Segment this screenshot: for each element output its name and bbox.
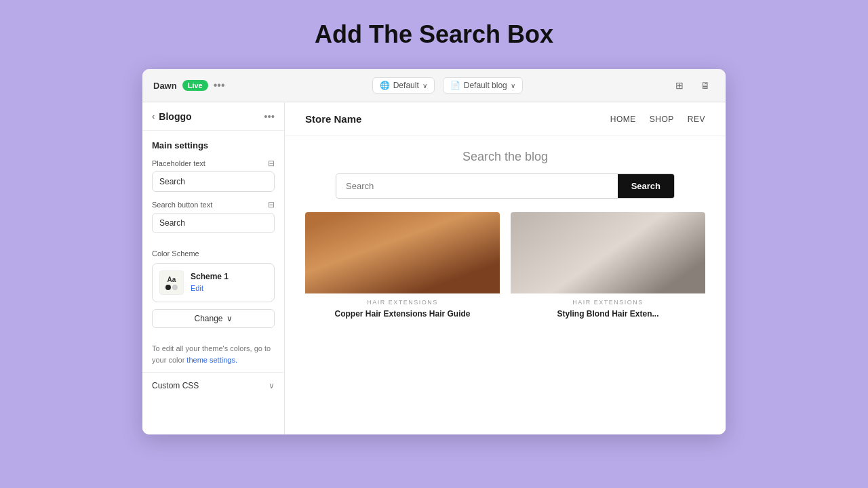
blog-card-2: HAIR EXTENSIONS Styling Blond Hair Exten…	[511, 212, 705, 323]
browser-bar-right: ⊞ 🖥	[670, 76, 715, 95]
scheme-aa-text: Aa	[167, 276, 176, 283]
blog-card-body-1: HAIR EXTENSIONS Copper Hair Extensions H…	[305, 293, 500, 323]
preview-area: Store Name HOME SHOP REV Search the blog…	[285, 102, 726, 434]
browser-bar-center: 🌐 Default ∨ 📄 Default blog ∨	[236, 77, 660, 94]
search-button-label-text: Search button text	[152, 201, 212, 209]
blog-grid: HAIR EXTENSIONS Copper Hair Extensions H…	[305, 212, 705, 323]
scheme-card: Aa Scheme 1 Edit	[152, 263, 275, 302]
placeholder-text-label: Placeholder text ⊟	[152, 159, 275, 168]
page-title: Add The Search Box	[315, 20, 553, 49]
theme-settings-link[interactable]: theme settings.	[186, 356, 237, 364]
nav-item-rev[interactable]: REV	[688, 115, 705, 124]
globe-label: Default	[393, 81, 419, 90]
blog-search-input[interactable]	[336, 174, 618, 198]
view-toggle-icon[interactable]: ⊞	[670, 76, 689, 95]
globe-icon: 🌐	[380, 81, 390, 90]
scheme-dot-gray	[172, 285, 178, 290]
default-blog-btn[interactable]: 📄 Default blog ∨	[443, 77, 523, 94]
chevron-down-icon-2: ∨	[511, 82, 515, 89]
scheme-name: Scheme 1	[191, 272, 267, 281]
scheme-edit-link[interactable]: Edit	[191, 284, 203, 292]
preview-content: Search the blog Search HAIR EXTENSIONS C…	[285, 136, 726, 434]
main-settings-section: Main settings Placeholder text ⊟ Search …	[142, 131, 284, 241]
blog-category-2: HAIR EXTENSIONS	[511, 299, 705, 306]
chevron-down-icon: ∨	[422, 82, 427, 89]
panel-title: Bloggo	[159, 111, 191, 122]
chevron-down-icon-3: ∨	[226, 314, 233, 323]
hint-text: To edit all your theme's colors, go to y…	[142, 336, 284, 372]
blog-search-button[interactable]: Search	[618, 174, 674, 198]
main-area: ‹ Bloggo ••• Main settings Placeholder t…	[142, 102, 726, 434]
scheme-preview: Aa	[159, 270, 184, 295]
blog-label: Default blog	[464, 81, 507, 90]
nav-item-home[interactable]: HOME	[610, 115, 636, 124]
live-badge: Live	[182, 80, 208, 91]
blog-search-section: Search the blog Search	[305, 150, 705, 199]
browser-bar: Dawn Live ••• 🌐 Default ∨ 📄 Default blog…	[142, 69, 726, 102]
left-panel: ‹ Bloggo ••• Main settings Placeholder t…	[142, 102, 285, 434]
blog-card-title-1: Copper Hair Extensions Hair Guide	[305, 308, 500, 320]
blog-card-title-2: Styling Blond Hair Exten...	[511, 308, 705, 320]
theme-name: Dawn	[153, 81, 177, 91]
blog-image-1	[305, 212, 500, 293]
store-name: Store Name	[305, 113, 361, 125]
nav-item-shop[interactable]: SHOP	[650, 115, 674, 124]
scheme-dots-row	[165, 285, 178, 290]
scheme-info: Scheme 1 Edit	[191, 272, 267, 293]
scheme-dot-black	[165, 285, 171, 290]
placeholder-text-input[interactable]	[152, 171, 275, 192]
reset-icon-2[interactable]: ⊟	[268, 200, 275, 209]
blog-search-title: Search the blog	[305, 150, 705, 164]
back-arrow-icon[interactable]: ‹	[152, 111, 155, 121]
browser-bar-left: Dawn Live •••	[153, 79, 225, 92]
change-btn-label: Change	[194, 314, 222, 323]
custom-css-row[interactable]: Custom CSS ∨	[142, 372, 284, 399]
blog-card-1: HAIR EXTENSIONS Copper Hair Extensions H…	[305, 212, 500, 323]
change-scheme-button[interactable]: Change ∨	[152, 309, 275, 328]
blog-category-1: HAIR EXTENSIONS	[305, 299, 500, 306]
store-nav: HOME SHOP REV	[610, 115, 705, 124]
blog-image-2	[511, 212, 705, 293]
custom-css-label: Custom CSS	[152, 381, 199, 390]
search-button-text-input[interactable]	[152, 213, 275, 233]
preview-icon[interactable]: 🖥	[696, 76, 715, 95]
store-header: Store Name HOME SHOP REV	[285, 102, 726, 136]
browser-window: Dawn Live ••• 🌐 Default ∨ 📄 Default blog…	[142, 69, 726, 434]
panel-header: ‹ Bloggo •••	[142, 102, 284, 131]
more-options-icon[interactable]: •••	[214, 79, 225, 92]
reset-icon[interactable]: ⊟	[268, 159, 275, 168]
panel-more-icon[interactable]: •••	[264, 110, 275, 122]
blog-card-body-2: HAIR EXTENSIONS Styling Blond Hair Exten…	[511, 293, 705, 323]
color-scheme-section: Color Scheme Aa Scheme 1 Edit	[142, 241, 284, 336]
main-settings-label: Main settings	[152, 140, 275, 150]
chevron-down-icon-4: ∨	[269, 381, 275, 390]
color-scheme-label: Color Scheme	[152, 249, 275, 258]
placeholder-label-text: Placeholder text	[152, 159, 205, 167]
panel-header-left: ‹ Bloggo	[152, 111, 192, 122]
search-button-text-label: Search button text ⊟	[152, 200, 275, 209]
search-bar: Search	[336, 174, 675, 199]
default-btn[interactable]: 🌐 Default ∨	[372, 77, 435, 94]
blog-icon: 📄	[450, 81, 460, 90]
